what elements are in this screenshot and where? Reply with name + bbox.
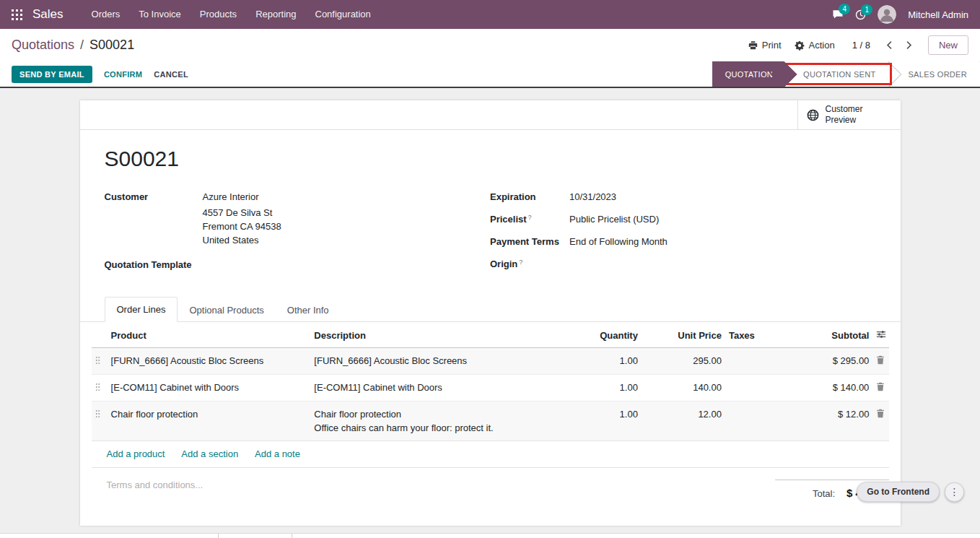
stage-sales-order-label: SALES ORDER [908, 70, 967, 79]
add-a-section-link[interactable]: Add a section [181, 448, 238, 459]
description-text: Chair floor protection [314, 407, 558, 421]
menu-reporting[interactable]: Reporting [246, 0, 305, 29]
pricelist-field[interactable]: Public Pricelist (USD) [569, 214, 876, 226]
menu-to-invoice[interactable]: To Invoice [129, 0, 191, 29]
customer-address-line-1: 4557 De Silva St [203, 206, 491, 220]
pricelist-field-label: Pricelist? [490, 214, 569, 226]
cell-unit-price[interactable]: 295.00 [642, 348, 725, 375]
app-name[interactable]: Sales [32, 7, 64, 22]
column-subtotal: Subtotal [793, 322, 873, 348]
cell-description[interactable]: [FURN_6666] Acoustic Bloc Screens [310, 348, 561, 375]
notebook-tabs: Order Lines Optional Products Other Info [80, 297, 901, 322]
cell-subtotal: $ 140.00 [793, 375, 873, 402]
cell-product[interactable]: Chair floor protection [108, 402, 311, 441]
cancel-button[interactable]: CANCEL [154, 70, 188, 79]
menu-orders[interactable]: Orders [82, 0, 130, 29]
tab-order-lines-label: Order Lines [117, 304, 166, 315]
delete-line-icon[interactable] [876, 381, 885, 391]
bottom-strip [0, 533, 980, 538]
quotation-card: Customer Preview S00021 Customer Azure I… [80, 100, 901, 526]
field-grid: Customer Azure Interior 4557 De Silva St… [105, 191, 876, 281]
tab-other-info[interactable]: Other Info [276, 298, 341, 322]
delete-line-icon[interactable] [876, 407, 885, 418]
add-a-note-link[interactable]: Add a note [255, 448, 300, 459]
cell-quantity[interactable]: 1.00 [561, 348, 642, 375]
stage-quotation-sent[interactable]: QUOTATION SENT [784, 61, 888, 87]
terms-and-conditions-field[interactable]: Terms and conditions... [107, 480, 204, 490]
cell-subtotal: $ 12.00 [793, 402, 873, 441]
line-links: Add a product Add a section Add a note [92, 441, 889, 468]
quotation-number-title: S00021 [105, 146, 876, 172]
expiration-field-label: Expiration [490, 191, 569, 204]
activities-clock-icon[interactable]: 1 [855, 9, 866, 20]
cell-product[interactable]: [E-COM11] Cabinet with Doors [108, 375, 311, 402]
order-line-row-1: [FURN_6666] Acoustic Bloc Screens [FURN_… [92, 348, 889, 375]
quotation-template-field[interactable] [203, 259, 491, 272]
breadcrumb-quotations-link[interactable]: Quotations [12, 38, 74, 53]
cell-quantity[interactable]: 1.00 [561, 402, 642, 441]
kebab-icon: ⋮ [950, 486, 960, 498]
main-content: Customer Preview S00021 Customer Azure I… [0, 100, 980, 526]
stage-quotation[interactable]: QUOTATION [712, 61, 784, 87]
drag-handle-icon[interactable] [95, 407, 100, 418]
delete-line-icon[interactable] [876, 354, 885, 365]
drag-handle-icon[interactable] [95, 381, 100, 391]
order-line-row-3: Chair floor protection Chair floor prote… [92, 402, 889, 441]
apps-menu-icon[interactable] [12, 9, 22, 20]
customer-field-label: Customer [105, 191, 203, 247]
cell-description[interactable]: Chair floor protectionOffice chairs can … [310, 402, 561, 441]
help-tooltip: ? [519, 259, 522, 266]
action-button[interactable]: Action [795, 40, 835, 51]
breadcrumb-separator: / [80, 38, 84, 53]
expiration-field[interactable]: 10/31/2023 [569, 191, 876, 204]
breadcrumb-current: S00021 [89, 38, 134, 53]
new-button[interactable]: New [928, 35, 968, 55]
column-taxes: Taxes [725, 322, 793, 348]
go-to-frontend-button[interactable]: Go to Frontend [857, 482, 940, 502]
menu-products[interactable]: Products [191, 0, 246, 29]
kebab-menu-button[interactable]: ⋮ [945, 482, 964, 502]
description-text: [FURN_6666] Acoustic Bloc Screens [314, 354, 558, 368]
statusbar: SEND BY EMAIL CONFIRM CANCEL QUOTATION Q… [0, 61, 980, 88]
column-product: Product [108, 322, 311, 348]
print-button[interactable]: Print [748, 40, 782, 51]
confirm-button[interactable]: CONFIRM [104, 70, 142, 79]
tab-optional-products[interactable]: Optional Products [178, 298, 275, 322]
cell-taxes[interactable] [725, 375, 793, 402]
cell-subtotal: $ 295.00 [793, 348, 873, 375]
card-header: Customer Preview [80, 100, 901, 130]
column-unit-price: Unit Price [642, 322, 725, 348]
globe-icon [807, 109, 819, 121]
tab-order-lines[interactable]: Order Lines [105, 297, 178, 322]
user-name[interactable]: Mitchell Admin [908, 9, 968, 20]
messages-icon[interactable]: 4 [832, 9, 844, 20]
pager-next-button[interactable] [903, 39, 915, 51]
customer-name-field[interactable]: Azure Interior [203, 191, 491, 202]
pager-previous-button[interactable] [883, 39, 896, 51]
printer-icon [748, 40, 758, 50]
customer-preview-button[interactable]: Customer Preview [797, 100, 901, 129]
quotation-sheet: S00021 Customer Azure Interior 4557 De S… [80, 130, 901, 526]
origin-field[interactable] [569, 259, 876, 271]
drag-handle-icon[interactable] [95, 354, 100, 365]
payment-terms-field[interactable]: End of Following Month [569, 236, 876, 248]
origin-field-label: Origin? [490, 259, 569, 271]
stage-sales-order[interactable]: SALES ORDER [888, 61, 980, 87]
order-line-row-2: [E-COM11] Cabinet with Doors [E-COM11] C… [92, 375, 889, 402]
cell-unit-price[interactable]: 140.00 [642, 375, 725, 402]
order-lines-table: Product Description Quantity Unit Price … [92, 322, 889, 441]
user-avatar[interactable] [878, 5, 896, 24]
cell-taxes[interactable] [725, 402, 793, 441]
column-description: Description [310, 322, 561, 348]
sheet-footer: Terms and conditions... Total: $ 447.00 [80, 468, 901, 499]
cell-product[interactable]: [FURN_6666] Acoustic Bloc Screens [108, 348, 311, 375]
cell-quantity[interactable]: 1.00 [561, 375, 642, 402]
optional-columns-icon[interactable] [876, 329, 886, 339]
cell-unit-price[interactable]: 12.00 [642, 402, 725, 441]
send-by-email-button[interactable]: SEND BY EMAIL [12, 66, 92, 83]
cell-taxes[interactable] [725, 348, 793, 375]
add-a-product-link[interactable]: Add a product [107, 448, 165, 459]
menu-configuration[interactable]: Configuration [306, 0, 380, 29]
stage-pipeline: QUOTATION QUOTATION SENT SALES ORDER [712, 61, 980, 87]
cell-description[interactable]: [E-COM11] Cabinet with Doors [310, 375, 561, 402]
